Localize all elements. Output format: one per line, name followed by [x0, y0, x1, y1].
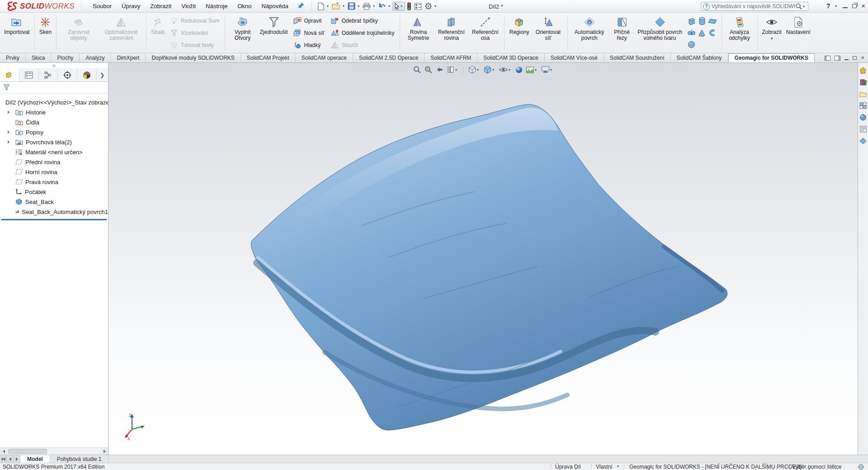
ribbon-new-mesh-button[interactable]: Nová síť — [290, 28, 328, 38]
ribbon-show-button[interactable]: Zobrazit ▾ — [760, 14, 784, 52]
tree-root-part[interactable]: Díl2 (Výchozí<<Výchozí>_Stav zobrazer — [0, 97, 108, 107]
scrollbar-thumb[interactable] — [8, 449, 47, 454]
fit-cylinder-icon[interactable] — [697, 15, 707, 27]
tab-solidcam-afrm[interactable]: SolidCAM AFRM — [425, 53, 477, 62]
ribbon-simplify-button[interactable]: Zjednodušit — [257, 14, 290, 52]
save-button[interactable] — [347, 1, 356, 11]
restore-button[interactable] — [852, 4, 857, 8]
graphics-viewport[interactable]: ▾ ▾ ▾ ▾ ▾ ▾ — [108, 63, 858, 455]
fit-cone-icon[interactable] — [697, 27, 707, 38]
model-tab[interactable]: Model — [20, 455, 50, 463]
dimxpert-manager-tab[interactable] — [58, 68, 77, 81]
ribbon-import-button[interactable]: Importovat — [2, 14, 32, 52]
status-globe-icon[interactable] — [858, 464, 864, 470]
ribbon-reference-plane-button[interactable]: Referenční rovina — [434, 14, 468, 52]
ribbon-remove-spikes-button[interactable]: Odebrat špičky — [328, 16, 398, 25]
close-button[interactable]: × — [861, 3, 865, 9]
status-config-caret[interactable]: ▴ — [617, 464, 619, 468]
help-button[interactable]: ? — [826, 2, 830, 9]
ribbon-auto-surface-button[interactable]: a Automatický povrch — [570, 14, 609, 52]
taskpane-design-library-icon[interactable] — [859, 78, 867, 86]
ribbon-smooth-button[interactable]: Hladký — [290, 40, 328, 50]
ribbon-fill-holes-button[interactable]: Vyplnit Otvory — [227, 14, 257, 52]
expand-arrow-icon[interactable] — [8, 110, 10, 114]
taskpane-appearances-icon[interactable] — [859, 114, 867, 121]
tab-solidcam-operace[interactable]: SolidCAM operace — [296, 53, 353, 62]
taskpane-geomagic-icon[interactable] — [859, 137, 867, 145]
property-manager-tab[interactable] — [19, 68, 39, 81]
rollback-bar[interactable] — [1, 219, 107, 220]
panel-splitter-handle[interactable] — [0, 63, 108, 68]
undo-button[interactable] — [377, 2, 387, 10]
search-input[interactable] — [712, 3, 795, 9]
motion-study-tab[interactable]: Pohybová studie 1 — [50, 455, 109, 463]
ribbon-cross-sections-button[interactable]: Příčné řezy — [609, 14, 635, 52]
menu-napoveda[interactable]: Nápověda — [257, 0, 293, 12]
select-tool-button[interactable]: ▾ — [392, 2, 405, 11]
tab-prvky[interactable]: Prvky — [0, 53, 26, 62]
ribbon-symmetry-plane-button[interactable]: Rovina Symetrie — [402, 14, 434, 52]
tab-geomagic[interactable]: Geomagic for SOLIDWORKS — [728, 53, 815, 62]
menu-zobrazit[interactable]: Zobrazit — [145, 0, 176, 12]
pane-left-icon[interactable] — [825, 56, 830, 61]
open-button[interactable] — [331, 1, 341, 11]
ribbon-reference-axis-button[interactable]: Referenční osa — [468, 14, 502, 52]
ribbon-regions-button[interactable]: Regiony — [507, 14, 531, 52]
open-caret[interactable]: ▾ — [343, 4, 344, 8]
settings-gear-caret[interactable]: ▾ — [434, 4, 436, 8]
tree-item-seat-back-auto-surface[interactable]: Seat_Back_Automatický povrch1 — [0, 207, 108, 217]
taskpane-view-palette-icon[interactable] — [859, 102, 867, 109]
save-caret[interactable]: ▾ — [358, 4, 359, 8]
ribbon-orient-mesh-button[interactable]: Orientovat síť — [532, 14, 565, 52]
menu-vlozit[interactable]: Vložit — [176, 0, 201, 12]
fit-plane-icon[interactable] — [708, 15, 717, 27]
pin-menu-icon[interactable] — [298, 2, 304, 10]
fit-extrude-icon[interactable] — [708, 27, 717, 38]
expand-arrow-icon[interactable] — [8, 140, 10, 144]
ribbon-fit-freeform-button[interactable]: Přizpůsobit povrch volného tvaru — [635, 14, 685, 52]
ribbon-deviation-analysis-button[interactable]: Analýza odchylky — [724, 14, 755, 52]
new-document-button[interactable] — [316, 1, 326, 11]
scrollbar-track[interactable] — [7, 448, 101, 455]
pane-right-icon[interactable] — [835, 56, 840, 61]
search-icon[interactable] — [795, 3, 802, 10]
show-caret[interactable]: ▾ — [771, 36, 773, 41]
scroll-right-arrow[interactable] — [101, 448, 108, 455]
taskpane-custom-properties-icon[interactable] — [859, 125, 867, 133]
menu-upravy[interactable]: Úpravy — [117, 0, 145, 12]
help-search-box[interactable]: ? ▾ — [701, 2, 808, 11]
configuration-manager-tab[interactable] — [39, 68, 58, 81]
minimize-button[interactable] — [843, 7, 848, 8]
tab-analyzy[interactable]: Analýzy — [80, 53, 111, 62]
tab-dimxpert[interactable]: DimXpert — [111, 53, 146, 62]
tab-solidcam-projekt[interactable]: SolidCAM Projekt — [241, 53, 296, 62]
tab-doplnkove-moduly[interactable]: Doplňkové moduly SOLIDWORKS — [146, 53, 241, 62]
search-caret[interactable]: ▾ — [803, 5, 805, 9]
ribbon-scan-button[interactable]: Sken — [37, 14, 54, 52]
tab-solidcam-soustruzeni[interactable]: SolidCAM Soustružení — [604, 53, 671, 62]
tree-item-popisy[interactable]: A Popisy — [0, 127, 108, 137]
tree-item-prava-rovina[interactable]: Pravá rovina — [0, 177, 108, 187]
help-caret[interactable]: ▾ — [835, 4, 837, 8]
fit-sphere-icon[interactable] — [687, 39, 697, 50]
menu-nastroje[interactable]: Nástroje — [201, 0, 232, 12]
display-manager-tab[interactable] — [77, 68, 97, 81]
settings-gear-button[interactable] — [424, 1, 433, 11]
expand-arrow-icon[interactable] — [8, 130, 10, 134]
fit-revolve-icon[interactable] — [687, 27, 697, 38]
tabs-scroll-first-button[interactable] — [0, 455, 7, 463]
document-minimize-button[interactable] — [844, 59, 849, 60]
tree-filter-row[interactable] — [0, 82, 108, 94]
taskpane-resources-icon[interactable] — [859, 66, 867, 74]
select-tool-caret[interactable]: ▾ — [401, 4, 402, 8]
tab-skica[interactable]: Skica — [26, 53, 51, 62]
tab-solidcam-sablony[interactable]: SolidCAM Šablony — [671, 53, 728, 62]
undo-caret[interactable]: ▾ — [388, 4, 390, 8]
feature-tree-tab[interactable] — [0, 68, 19, 81]
tab-plochy[interactable]: Plochy — [51, 53, 80, 62]
print-button[interactable] — [362, 2, 372, 11]
tree-item-pocatek[interactable]: Počátek — [0, 187, 108, 197]
tabs-scroll-right-button[interactable] — [14, 455, 20, 463]
tab-solidcam-3d[interactable]: SolidCAM 3D Operace — [477, 53, 544, 62]
new-document-caret[interactable]: ▾ — [327, 4, 329, 8]
